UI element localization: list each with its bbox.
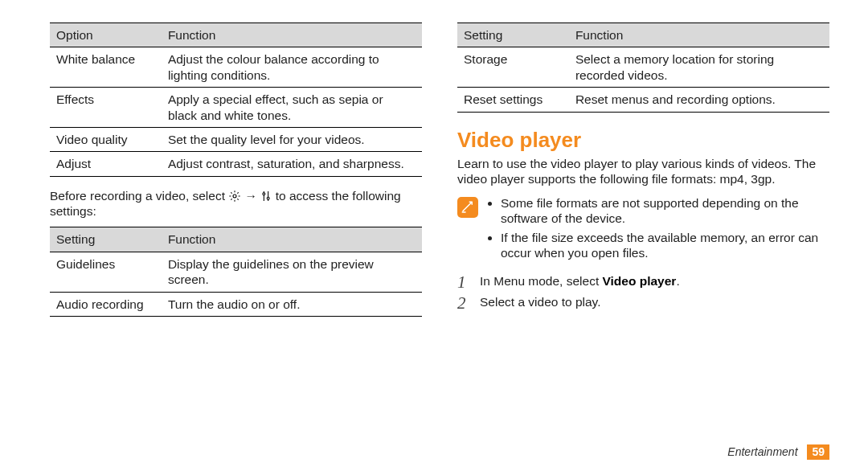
cell-option: Adjust — [50, 152, 162, 176]
footer-section: Entertainment — [727, 445, 797, 458]
step1-pre: In Menu mode, select — [480, 274, 603, 288]
intro-paragraph: Learn to use the video player to play va… — [457, 156, 829, 187]
cell-function: Turn the audio on or off. — [162, 292, 422, 316]
para-text-before: Before recording a video, select — [50, 189, 228, 203]
cell-option: White balance — [50, 47, 162, 88]
table2-header-function: Function — [162, 227, 422, 252]
settings-table-2: Setting Function Guidelines Display the … — [50, 227, 422, 317]
cell-option: Video quality — [50, 127, 162, 151]
step-item: Select a video to play. — [457, 294, 829, 309]
left-column: Option Function White balance Adjust the… — [50, 23, 422, 453]
table-row: Reset settings Reset menus and recording… — [457, 88, 829, 112]
right-column: Setting Function Storage Select a memory… — [457, 23, 829, 453]
svg-point-3 — [263, 192, 265, 195]
manual-page: Option Function White balance Adjust the… — [0, 0, 868, 471]
cell-setting: Audio recording — [50, 292, 162, 316]
cell-function: Reset menus and recording options. — [569, 88, 829, 112]
table1-header-function: Function — [162, 23, 422, 47]
cell-setting: Storage — [457, 47, 569, 88]
table-row: Effects Apply a special effect, such as … — [50, 88, 422, 128]
note-item: Some file formats are not supported depe… — [501, 195, 829, 227]
svg-point-4 — [268, 197, 270, 199]
table-row: Storage Select a memory location for sto… — [457, 47, 829, 88]
step1-post: . — [676, 274, 679, 288]
table-row: Guidelines Display the guidelines on the… — [50, 252, 422, 292]
cell-option: Effects — [50, 88, 162, 128]
cell-setting: Guidelines — [50, 252, 162, 292]
step-item: In Menu mode, select Video player. — [457, 273, 829, 289]
gear-icon — [228, 189, 244, 203]
options-table-1: Option Function White balance Adjust the… — [50, 23, 422, 177]
table-row: Adjust Adjust contrast, saturation, and … — [50, 152, 422, 176]
cell-function: Adjust contrast, saturation, and sharpne… — [162, 152, 422, 176]
cell-function: Display the guidelines on the preview sc… — [162, 252, 422, 292]
cell-function: Select a memory location for storing rec… — [569, 47, 829, 88]
table-row: White balance Adjust the colour balance … — [50, 47, 422, 88]
page-footer: Entertainment 59 — [727, 444, 829, 461]
step1-bold: Video player — [603, 274, 677, 288]
note-item: If the file size exceeds the available m… — [501, 230, 829, 261]
footer-page-number: 59 — [807, 444, 829, 461]
cell-function: Adjust the colour balance according to l… — [162, 47, 422, 88]
table2-header-setting: Setting — [50, 227, 162, 252]
svg-point-0 — [233, 195, 236, 198]
note-callout: Some file formats are not supported depe… — [457, 195, 829, 264]
section-title: Video player — [457, 127, 829, 154]
para-arrow: → — [245, 189, 261, 203]
cell-function: Apply a special effect, such as sepia or… — [162, 88, 422, 128]
settings-table-3: Setting Function Storage Select a memory… — [457, 23, 829, 113]
slider-icon — [260, 189, 275, 203]
table3-header-function: Function — [569, 23, 829, 47]
table3-header-setting: Setting — [457, 23, 569, 47]
note-list: Some file formats are not supported depe… — [486, 195, 829, 264]
note-icon — [457, 197, 478, 218]
cell-function: Set the quality level for your videos. — [162, 127, 422, 151]
table-row: Audio recording Turn the audio on or off… — [50, 292, 422, 316]
table1-header-option: Option — [50, 23, 162, 47]
steps-list: In Menu mode, select Video player. Selec… — [457, 273, 829, 309]
cell-setting: Reset settings — [457, 88, 569, 112]
table-row: Video quality Set the quality level for … — [50, 127, 422, 151]
settings-access-paragraph: Before recording a video, select → — [50, 188, 422, 219]
